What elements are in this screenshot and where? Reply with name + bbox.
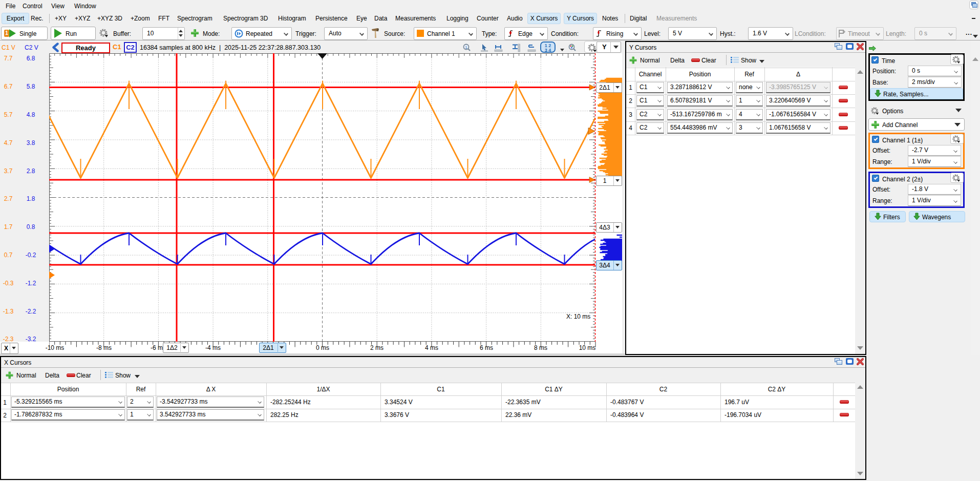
svg-text:1: 1 (465, 45, 467, 50)
